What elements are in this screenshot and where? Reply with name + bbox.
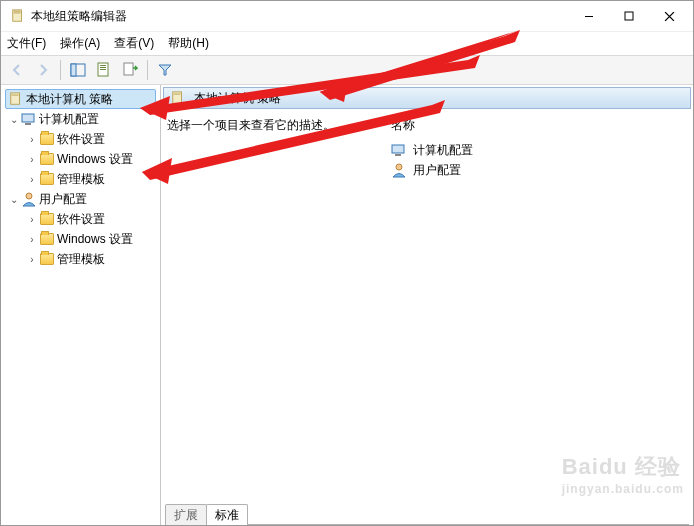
tree-item-cc-admin[interactable]: › 管理模板 <box>1 169 160 189</box>
tree-item-cc-windows[interactable]: › Windows 设置 <box>1 149 160 169</box>
close-button[interactable] <box>649 2 689 30</box>
folder-icon <box>39 171 55 187</box>
svg-rect-1 <box>14 11 21 12</box>
computer-icon <box>391 142 407 158</box>
tree-label: 软件设置 <box>57 211 105 228</box>
nav-forward-button[interactable] <box>31 59 55 81</box>
tree-label: 用户配置 <box>39 191 87 208</box>
app-window: 本地组策略编辑器 文件(F) 操作(A) 查看(V) 帮助(H) 本地计算机 策… <box>0 0 694 526</box>
svg-rect-18 <box>174 94 181 95</box>
column-header-name[interactable]: 名称 <box>391 117 687 134</box>
items-column: 名称 计算机配置 用户配置 <box>391 117 687 500</box>
show-tree-button[interactable] <box>66 59 90 81</box>
maximize-button[interactable] <box>609 2 649 30</box>
chevron-right-icon[interactable]: › <box>25 252 39 266</box>
book-icon <box>8 91 24 107</box>
tree-root[interactable]: 本地计算机 策略 <box>5 89 156 109</box>
chevron-right-icon[interactable]: › <box>25 132 39 146</box>
svg-rect-4 <box>625 12 633 20</box>
user-icon <box>21 191 37 207</box>
folder-icon <box>39 231 55 247</box>
toolbar-separator <box>147 60 148 80</box>
menubar: 文件(F) 操作(A) 查看(V) 帮助(H) <box>1 31 693 55</box>
list-item-label: 用户配置 <box>413 162 461 179</box>
chevron-down-icon[interactable]: ⌄ <box>7 112 21 126</box>
svg-rect-6 <box>71 64 76 76</box>
folder-icon <box>39 251 55 267</box>
svg-rect-13 <box>12 95 19 96</box>
tabs: 扩展 标准 <box>161 500 693 524</box>
svg-point-21 <box>396 164 402 170</box>
properties-button[interactable] <box>92 59 116 81</box>
user-icon <box>391 162 407 178</box>
tree-pane[interactable]: 本地计算机 策略 ⌄ 计算机配置 › 软件设置 › Windows 设置 › 管… <box>1 85 161 525</box>
app-icon <box>9 7 27 25</box>
menu-view[interactable]: 查看(V) <box>114 35 154 52</box>
list-item-user-config[interactable]: 用户配置 <box>391 160 687 180</box>
chevron-right-icon[interactable]: › <box>25 172 39 186</box>
chevron-right-icon[interactable]: › <box>25 152 39 166</box>
svg-point-16 <box>26 193 32 199</box>
svg-rect-19 <box>392 145 404 153</box>
tree-label: Windows 设置 <box>57 231 133 248</box>
svg-rect-17 <box>173 92 182 103</box>
tree-label: Windows 设置 <box>57 151 133 168</box>
svg-rect-20 <box>395 154 401 156</box>
chevron-down-icon[interactable]: ⌄ <box>7 192 21 206</box>
tree-label: 管理模板 <box>57 251 105 268</box>
window-controls <box>569 2 689 30</box>
tree-label: 软件设置 <box>57 131 105 148</box>
book-icon <box>170 90 186 106</box>
instruction-text: 选择一个项目来查看它的描述。 <box>167 117 367 134</box>
folder-icon <box>39 211 55 227</box>
filter-button[interactable] <box>153 59 177 81</box>
tree-item-uc-admin[interactable]: › 管理模板 <box>1 249 160 269</box>
nav-back-button[interactable] <box>5 59 29 81</box>
menu-action[interactable]: 操作(A) <box>60 35 100 52</box>
detail-pane: 本地计算机 策略 选择一个项目来查看它的描述。 名称 计算机配置 用户配置 <box>161 85 693 525</box>
menu-help[interactable]: 帮助(H) <box>168 35 209 52</box>
tree-label: 计算机配置 <box>39 111 99 128</box>
svg-rect-12 <box>11 93 20 104</box>
tree-item-uc-software[interactable]: › 软件设置 <box>1 209 160 229</box>
detail-header-title: 本地计算机 策略 <box>194 90 281 107</box>
chevron-right-icon[interactable]: › <box>25 232 39 246</box>
detail-body: 选择一个项目来查看它的描述。 名称 计算机配置 用户配置 <box>161 109 693 500</box>
menu-file[interactable]: 文件(F) <box>7 35 46 52</box>
toolbar-separator <box>60 60 61 80</box>
tree-label: 本地计算机 策略 <box>26 91 113 108</box>
folder-icon <box>39 151 55 167</box>
tree-item-uc-windows[interactable]: › Windows 设置 <box>1 229 160 249</box>
svg-rect-14 <box>22 114 34 122</box>
export-button[interactable] <box>118 59 142 81</box>
chevron-right-icon[interactable]: › <box>25 212 39 226</box>
tab-extended[interactable]: 扩展 <box>165 504 207 525</box>
window-title: 本地组策略编辑器 <box>31 8 569 25</box>
tree-item-computer-config[interactable]: ⌄ 计算机配置 <box>1 109 160 129</box>
content-area: 本地计算机 策略 ⌄ 计算机配置 › 软件设置 › Windows 设置 › 管… <box>1 85 693 525</box>
folder-icon <box>39 131 55 147</box>
list-item-label: 计算机配置 <box>413 142 473 159</box>
tree-label: 管理模板 <box>57 171 105 188</box>
detail-header: 本地计算机 策略 <box>163 87 691 109</box>
svg-rect-8 <box>100 65 106 66</box>
titlebar: 本地组策略编辑器 <box>1 1 693 31</box>
minimize-button[interactable] <box>569 2 609 30</box>
svg-rect-15 <box>25 123 31 125</box>
svg-rect-9 <box>100 67 106 68</box>
svg-rect-3 <box>585 16 593 17</box>
svg-rect-10 <box>100 69 106 70</box>
toolbar <box>1 55 693 85</box>
list-item-computer-config[interactable]: 计算机配置 <box>391 140 687 160</box>
description-column: 选择一个项目来查看它的描述。 <box>167 117 367 500</box>
computer-icon <box>21 111 37 127</box>
svg-rect-11 <box>124 63 133 75</box>
tree-item-user-config[interactable]: ⌄ 用户配置 <box>1 189 160 209</box>
svg-rect-2 <box>14 13 21 14</box>
tree-item-cc-software[interactable]: › 软件设置 <box>1 129 160 149</box>
tab-standard[interactable]: 标准 <box>206 504 248 525</box>
